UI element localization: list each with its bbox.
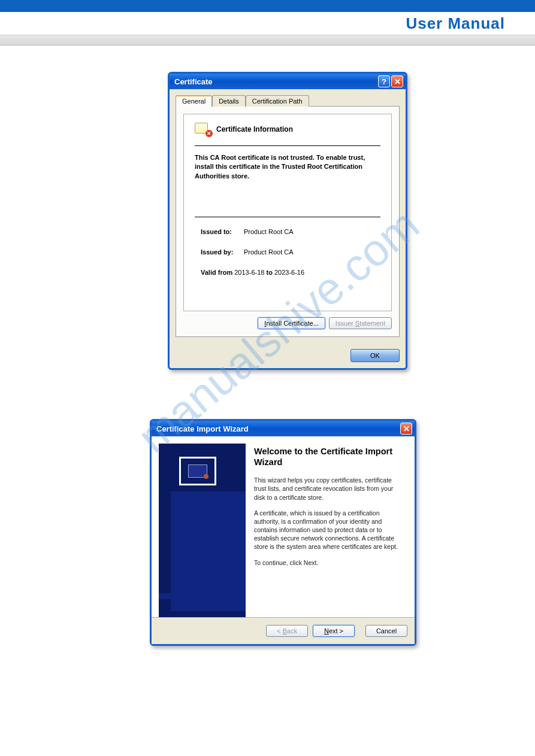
cert-tabs: General Details Certification Path	[176, 95, 400, 107]
page-top-bar	[0, 0, 535, 12]
issued-to-value: Product Root CA	[244, 228, 294, 235]
tab-details[interactable]: Details	[212, 95, 246, 107]
cert-info-header: ✕ Certificate Information	[195, 123, 380, 142]
issued-by-value: Product Root CA	[244, 248, 294, 256]
valid-to-value: 2023-6-16	[274, 269, 304, 276]
certificate-dialog: Certificate ? ✕ General Details Certific…	[168, 72, 407, 370]
cert-button-row: Install Certificate... Issuer Statement	[183, 311, 392, 329]
install-label-rest: nstall Certificate...	[266, 320, 318, 327]
next-button[interactable]: Next >	[313, 625, 355, 637]
help-button[interactable]: ?	[378, 75, 390, 87]
wizard-sidebar-image	[159, 444, 246, 617]
wizard-content: Welcome to the Certificate Import Wizard…	[246, 436, 415, 617]
ok-button[interactable]: OK	[350, 349, 400, 362]
valid-row: Valid from 2013-6-18 to 2023-6-16	[195, 269, 380, 282]
help-icon: ?	[382, 77, 386, 86]
wizard-body: Welcome to the Certificate Import Wizard…	[152, 436, 415, 617]
wizard-heading: Welcome to the Certificate Import Wizard	[254, 446, 405, 476]
wizard-para-3: To continue, click Next.	[254, 558, 405, 574]
issued-by-label: Issued by:	[201, 248, 244, 256]
wizard-title: Certificate Import Wizard	[156, 424, 399, 433]
wizard-para-2: A certificate, which is issued by a cert…	[254, 509, 405, 558]
cert-title: Certificate	[174, 77, 377, 86]
wizard-footer: < Back Next > Cancel	[152, 617, 415, 644]
close-icon: ✕	[403, 424, 410, 433]
tab-certification-path[interactable]: Certification Path	[246, 95, 309, 107]
divider	[195, 217, 380, 217]
issuer-statement-button: Issuer Statement	[329, 317, 392, 329]
divider	[195, 145, 380, 146]
cert-info-panel: ✕ Certificate Information This CA Root c…	[183, 114, 392, 311]
close-button[interactable]: ✕	[391, 75, 403, 87]
back-button: < Back	[266, 625, 308, 637]
cert-warning-text: This CA Root certificate is not trusted.…	[195, 153, 380, 217]
certificate-graphic-icon	[179, 457, 216, 485]
wizard-para-1: This wizard helps you copy certificates,…	[254, 476, 405, 509]
page-header: User Manual	[0, 12, 535, 35]
issued-by-row: Issued by: Product Root CA	[195, 248, 380, 269]
tab-general[interactable]: General	[176, 95, 212, 107]
wizard-titlebar[interactable]: Certificate Import Wizard ✕	[152, 421, 415, 436]
valid-from-label: Valid from	[201, 269, 232, 276]
issued-to-row: Issued to: Product Root CA	[195, 228, 380, 248]
cancel-button[interactable]: Cancel	[365, 625, 407, 637]
certificate-icon: ✕	[195, 123, 211, 136]
page-title: User Manual	[406, 14, 505, 32]
install-certificate-button[interactable]: Install Certificate...	[258, 317, 325, 329]
import-wizard-dialog: Certificate Import Wizard ✕ Welcome to t…	[150, 419, 416, 646]
page-gray-bar	[0, 35, 535, 45]
close-button[interactable]: ✕	[400, 423, 412, 435]
tab-content-general: ✕ Certificate Information This CA Root c…	[176, 106, 400, 337]
cert-titlebar[interactable]: Certificate ? ✕	[170, 74, 406, 89]
cert-footer: OK	[170, 343, 406, 368]
cert-info-title: Certificate Information	[216, 125, 293, 133]
cert-body: General Details Certification Path ✕ Cer…	[170, 89, 406, 343]
valid-to-label: to	[266, 269, 272, 276]
close-icon: ✕	[394, 77, 401, 86]
valid-from-value: 2013-6-18	[234, 269, 264, 276]
issued-to-label: Issued to:	[201, 228, 244, 235]
